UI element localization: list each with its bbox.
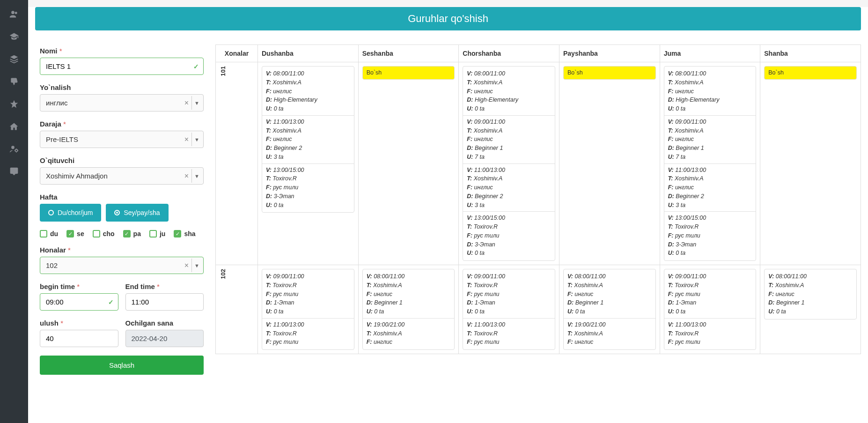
slot-line: U: 0 ta [668, 104, 752, 113]
clear-icon[interactable]: × [184, 172, 189, 180]
day-check-sha[interactable]: ✓sha [174, 230, 195, 237]
ulush-input[interactable] [40, 330, 118, 347]
sidebar-users[interactable] [5, 5, 23, 23]
svg-point-0 [11, 11, 15, 14]
sidebar-graduation[interactable] [5, 27, 23, 46]
slot-line: U: 0 ta [367, 307, 451, 316]
sidebar-star[interactable] [5, 95, 23, 113]
clear-icon[interactable]: × [184, 261, 189, 270]
slot-line: U: 0 ta [266, 201, 350, 210]
caret-icon[interactable]: ▼ [191, 96, 202, 110]
day-label: se [77, 230, 84, 237]
slot-line: T: Xoshimiv.A [567, 281, 652, 290]
schedule-cell: V: 08:00/11:00T: Xoshimiv.AF: инглисD: H… [258, 62, 359, 265]
day-check-se[interactable]: ✓se [66, 230, 84, 237]
day-check-pa[interactable]: ✓pa [123, 230, 141, 237]
slot-line: V: 08:00/11:00 [768, 272, 853, 281]
slot-line: U: 0 ta [668, 249, 752, 258]
slot-line: T: Xoshimiv.A [668, 174, 752, 183]
day-check-ju[interactable]: ju [149, 230, 165, 237]
slot-line: D: 3-Этап [668, 240, 752, 249]
slot-line: F: рус тили [668, 290, 752, 299]
day-check-cho[interactable]: cho [93, 230, 115, 237]
sidebar-thumbsdown[interactable] [5, 72, 23, 91]
label-begin: begin time * [40, 282, 118, 290]
slot-line: T: Xoshimiv.A [266, 78, 350, 87]
day-check-du[interactable]: du [40, 230, 58, 237]
sidebar-home[interactable] [5, 117, 23, 136]
room-cell: 102 [216, 265, 258, 354]
slot-line: D: Beginner 2 [668, 192, 752, 201]
sidebar-layers[interactable] [5, 50, 23, 68]
slot-line: U: 0 ta [467, 307, 551, 316]
slot-line: D: Beginner 1 [668, 144, 752, 153]
slot-line: F: рус тили [266, 183, 350, 192]
save-button[interactable]: Saqlash [40, 356, 204, 375]
schedule-header: Juma [660, 45, 760, 62]
honalar-select[interactable] [40, 257, 204, 274]
day-label: sha [184, 230, 195, 237]
slot-line: F: инглис [668, 87, 752, 96]
schedule-cell: V: 08:00/11:00T: Xoshimiv.AF: инглисD: B… [760, 265, 861, 354]
form-panel: Nomi * ✓ Yo`nalish × ▼ Daraja * × [28, 37, 215, 384]
room-cell: 101 [216, 62, 258, 265]
slot-line: U: 0 ta [266, 307, 350, 316]
caret-icon[interactable]: ▼ [191, 169, 202, 183]
slot-line: V: 11:00/13:00 [266, 118, 350, 126]
clear-icon[interactable]: × [184, 99, 189, 107]
begin-time-input[interactable] [40, 293, 118, 311]
schedule-cell: V: 08:00/11:00T: Xoshimiv.AF: инглисD: B… [358, 265, 459, 354]
slot-line: V: 08:00/11:00 [467, 69, 551, 78]
slot-line: T: Xoshimiv.A [467, 126, 551, 135]
slot-line: T: Toxirov.R [467, 281, 551, 290]
slot-line: D: 1-Этап [668, 298, 752, 307]
oqituvchi-select[interactable] [40, 167, 204, 185]
schedule-slot: V: 08:00/11:00T: Xoshimiv.AF: инглисD: B… [362, 269, 455, 350]
slot-line: D: High-Elementary [668, 96, 752, 104]
nomi-input[interactable] [40, 58, 204, 75]
schedule-cell: V: 08:00/11:00T: Xoshimiv.AF: инглисD: H… [660, 62, 760, 265]
slot-line: V: 11:00/13:00 [668, 320, 752, 329]
slot-line: D: High-Elementary [266, 96, 350, 104]
check-icon: ✓ [108, 298, 114, 306]
daraja-select[interactable] [40, 131, 204, 148]
day-label: cho [103, 230, 115, 237]
caret-icon[interactable]: ▼ [191, 259, 202, 272]
schedule-slot: V: 09:00/11:00T: Toxirov.RF: рус тилиD: … [664, 269, 757, 350]
end-time-input[interactable] [125, 293, 204, 311]
slot-line: T: Xoshimiv.A [367, 329, 451, 338]
radio-seypaysha[interactable]: Sey/pay/sha [106, 204, 168, 222]
radio-duchorjum[interactable]: Du/chor/jum [40, 204, 101, 222]
slot-line: F: рус тили [266, 338, 350, 347]
slot-line: V: 19:00/21:00 [367, 320, 451, 329]
slot-line: V: 09:00/11:00 [467, 118, 551, 126]
sidebar-comments[interactable] [5, 162, 23, 181]
slot-line: V: 08:00/11:00 [367, 272, 451, 281]
empty-slot: Bo`sh [563, 66, 656, 80]
clear-icon[interactable]: × [184, 135, 189, 144]
slot-line: U: 3 ta [467, 201, 551, 210]
schedule-slot: V: 08:00/11:00T: Xoshimiv.AF: инглисD: H… [664, 66, 757, 261]
schedule-slot: V: 08:00/11:00T: Xoshimiv.AF: инглисD: B… [764, 269, 857, 319]
yonalish-select[interactable] [40, 94, 204, 111]
slot-line: T: Xoshimiv.A [668, 78, 752, 87]
slot-line: F: инглис [668, 135, 752, 144]
schedule-slot: V: 08:00/11:00T: Xoshimiv.AF: инглисD: H… [463, 66, 555, 261]
checkbox-icon [40, 230, 47, 237]
slot-line: F: инглис [567, 290, 652, 299]
svg-point-2 [11, 146, 15, 149]
slot-line: D: 3-Этап [467, 240, 551, 249]
slot-line: F: рус тили [467, 231, 551, 240]
caret-icon[interactable]: ▼ [191, 133, 202, 146]
slot-line: V: 09:00/11:00 [467, 272, 551, 281]
ochilgan-input[interactable] [125, 330, 204, 347]
slot-line: U: 0 ta [467, 249, 551, 258]
schedule-cell: V: 09:00/11:00T: Toxirov.RF: рус тилиD: … [258, 265, 359, 354]
schedule-cell: V: 09:00/11:00T: Toxirov.RF: рус тилиD: … [459, 265, 559, 354]
slot-line: F: инглис [567, 338, 652, 347]
sidebar-usercog[interactable] [5, 140, 23, 158]
slot-line: T: Toxirov.R [668, 281, 752, 290]
label-honalar: Honalar * [40, 246, 204, 254]
check-icon: ✓ [193, 63, 199, 70]
schedule-header: Dushanba [258, 45, 359, 62]
